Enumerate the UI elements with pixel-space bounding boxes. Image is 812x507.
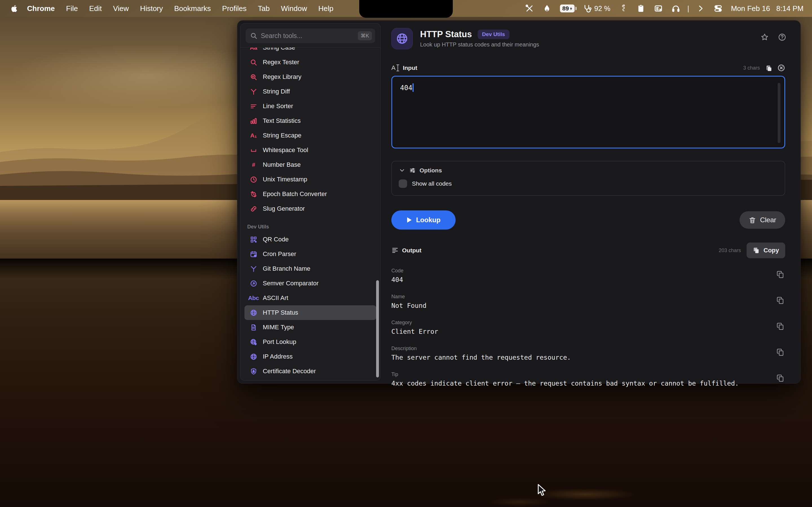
branch-icon <box>249 265 258 273</box>
sidebar-item-unix-timestamp[interactable]: Unix Timestamp <box>245 172 376 187</box>
headphones-icon[interactable] <box>667 0 684 17</box>
sidebar-item-port-lookup[interactable]: Port Lookup <box>245 335 376 349</box>
menu-bar-clock[interactable]: Mon Feb 16 8:14 PM <box>731 4 804 13</box>
play-icon <box>407 217 412 223</box>
input-scrollbar-thumb[interactable] <box>777 83 780 143</box>
field-value: 404 <box>391 276 765 283</box>
sidebar-item-whitespace-tool[interactable]: Whitespace Tool <box>245 143 376 158</box>
lookup-button[interactable]: Lookup <box>391 210 456 230</box>
copy-field-icon[interactable] <box>776 374 784 383</box>
sidebar-item-epoch-batch-converter[interactable]: Epoch Batch Converter <box>245 187 376 202</box>
sidebar-item-number-base[interactable]: #Number Base <box>245 158 376 172</box>
input-value: 404 <box>400 84 412 92</box>
copy-field-icon[interactable] <box>776 270 784 280</box>
app-window: Search tools... ⌘K AaString CaseRegex Te… <box>237 20 801 384</box>
abc-glyph: Abc <box>249 295 258 301</box>
sidebar-item-qr-code[interactable]: QR Code <box>245 232 376 247</box>
main-panel: HTTP Status Dev Utils Look up HTTP statu… <box>380 23 798 381</box>
menu-item-tab[interactable]: Tab <box>252 0 275 17</box>
battery-percent: 89 <box>562 5 569 12</box>
stethoscope-icon[interactable]: 92 % <box>579 0 615 17</box>
menu-item-profiles[interactable]: Profiles <box>216 0 252 17</box>
help-icon[interactable] <box>778 33 786 41</box>
menu-item-window[interactable]: Window <box>275 0 312 17</box>
sidebar-item-label: Epoch Batch Converter <box>263 190 327 198</box>
sidebar-item-label: Semver Comparator <box>263 280 319 287</box>
copy-field-icon[interactable] <box>776 322 784 332</box>
sidebar-item-string-case[interactable]: AaString Case <box>245 48 376 55</box>
input-textarea[interactable]: 404 <box>391 76 785 149</box>
clipboard-icon[interactable] <box>632 0 650 17</box>
options-header[interactable]: Options <box>399 167 778 174</box>
sidebar-item-slug-generator[interactable]: Slug Generator <box>245 202 376 216</box>
menu-item-chrome[interactable]: Chrome <box>21 0 60 17</box>
menu-item-edit[interactable]: Edit <box>84 0 107 17</box>
copy-field-icon[interactable] <box>776 348 784 357</box>
tool-content: A Input 3 chars 404 Options <box>380 55 798 397</box>
sidebar-item-text-statistics[interactable]: Text Statistics <box>245 114 376 128</box>
menu-item-help[interactable]: Help <box>313 0 339 17</box>
droplet-icon[interactable] <box>538 0 556 17</box>
battery-icon[interactable]: 89 <box>556 0 578 17</box>
sidebar-item-semver-comparator[interactable]: Semver Comparator <box>245 276 376 291</box>
separator-bar: | <box>684 4 692 13</box>
display-notch <box>359 0 453 18</box>
search-input[interactable]: Search tools... ⌘K <box>246 29 375 43</box>
sidebar-item-line-sorter[interactable]: Line Sorter <box>245 99 376 114</box>
show-all-codes-checkbox[interactable] <box>399 179 407 188</box>
clear-button[interactable]: Clear <box>740 211 785 229</box>
sidebar-item-label: HTTP Status <box>263 309 298 316</box>
search-placeholder: Search tools... <box>261 32 302 40</box>
sidebar-item-label: Regex Library <box>263 73 301 80</box>
shortcut-card-icon[interactable] <box>650 0 667 17</box>
dragon-icon[interactable] <box>615 0 632 17</box>
paste-icon[interactable] <box>765 64 773 72</box>
apple-logo-icon[interactable] <box>9 0 18 17</box>
sidebar-scrollbar-thumb[interactable] <box>376 280 379 378</box>
sidebar-item-string-diff[interactable]: String Diff <box>245 84 376 99</box>
sidebar-item-mime-type[interactable]: MIME Type <box>245 320 376 335</box>
menu-item-view[interactable]: View <box>107 0 135 17</box>
clear-button-label: Clear <box>760 216 776 224</box>
date-label: Mon Feb 16 <box>731 4 770 13</box>
chevron-right-icon[interactable] <box>692 0 709 17</box>
show-all-codes-label: Show all codes <box>412 180 452 187</box>
output-field-category: Category Client Error <box>391 320 785 335</box>
menu-item-bookmarks[interactable]: Bookmarks <box>168 0 216 17</box>
sidebar-item-label: Port Lookup <box>263 338 296 346</box>
whitespace-icon <box>249 147 258 154</box>
field-label: Code <box>391 268 765 274</box>
copy-output-button[interactable]: Copy <box>747 242 785 258</box>
sidebar-item-label: String Escape <box>263 132 301 139</box>
sidebar-item-regex-tester[interactable]: Regex Tester <box>245 55 376 69</box>
sidebar-item-git-branch-name[interactable]: Git Branch Name <box>245 262 376 276</box>
a1-glyph: A₁ <box>249 132 258 139</box>
lines-icon <box>249 103 258 110</box>
options-label: Options <box>419 167 442 174</box>
sidebar-item-regex-library[interactable]: Regex Library <box>245 69 376 84</box>
clear-input-icon[interactable] <box>777 64 785 72</box>
sidebar-item-certificate-decoder[interactable]: Certificate Decoder <box>245 364 376 379</box>
favorite-star-icon[interactable] <box>760 33 769 41</box>
sidebar-item-label: String Case <box>263 48 295 51</box>
clock-arrows-icon <box>249 190 258 198</box>
sidebar-item-http-status[interactable]: HTTP Status <box>245 305 376 320</box>
sidebar-item-string-escape[interactable]: A₁String Escape <box>245 128 376 143</box>
sidebar: Search tools... ⌘K AaString CaseRegex Te… <box>240 23 380 381</box>
copy-field-icon[interactable] <box>776 296 784 305</box>
output-field-tip: Tip 4xx codes indicate client error — th… <box>391 372 785 387</box>
control-center-icon[interactable] <box>709 0 727 17</box>
input-label: Input <box>403 64 417 71</box>
tool-tile <box>391 28 413 49</box>
menu-item-file[interactable]: File <box>60 0 84 17</box>
magnifier-lines-icon <box>249 73 258 81</box>
tools-icon[interactable] <box>521 0 538 17</box>
sidebar-item-label: IP Address <box>263 353 293 360</box>
sidebar-item-cron-parser[interactable]: Cron Parser <box>245 247 376 262</box>
chevron-down-icon <box>399 167 405 174</box>
menu-item-history[interactable]: History <box>135 0 168 17</box>
sidebar-item-ip-address[interactable]: IP Address <box>245 349 376 364</box>
magnifier-icon <box>249 59 258 66</box>
sidebar-item-ascii-art[interactable]: AbcASCII Art <box>245 291 376 305</box>
sidebar-item-label: String Diff <box>263 88 290 95</box>
